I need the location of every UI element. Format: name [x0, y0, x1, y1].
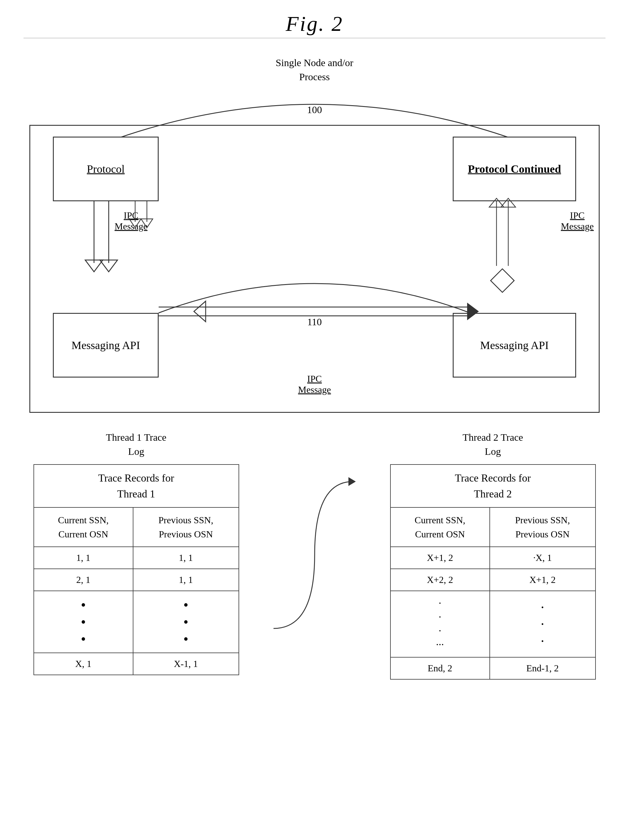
thread2-log-title: Thread 2 TraceLog — [390, 430, 596, 458]
thread2-table-header-row: Trace Records forThread 2 — [390, 464, 596, 507]
thread1-row3-col1: ••• — [34, 591, 133, 653]
thread2-row2-col2: X+1, 2 — [490, 569, 596, 591]
thread1-log-title: Thread 1 TraceLog — [33, 430, 239, 458]
arc-110-label: 110 — [307, 316, 322, 328]
thread2-table-header: Trace Records forThread 2 — [390, 464, 596, 507]
thread1-row1-col2: 1, 1 — [133, 547, 239, 569]
table-row: ••• ••• — [34, 591, 239, 653]
thread2-col-headers: Current SSN,Current OSN Previous SSN,Pre… — [390, 507, 596, 547]
thread1-row2-col2: 1, 1 — [133, 569, 239, 591]
thread1-table: Trace Records forThread 1 Current SSN,Cu… — [33, 464, 239, 675]
thread1-table-header-row: Trace Records forThread 1 — [34, 464, 239, 507]
table-row: X+1, 2 ·X, 1 — [390, 547, 596, 569]
diagram-area: 100 Protocol Protocol Continued IPCMessa… — [29, 90, 600, 413]
fig-subtitle-line — [24, 38, 605, 38]
table-row: 2, 1 1, 1 — [34, 569, 239, 591]
arc-100-label: 100 — [307, 104, 322, 115]
thread2-col1-header: Current SSN,Current OSN — [390, 507, 490, 547]
ipc-message-right-label: IPCMessage — [561, 210, 594, 232]
protocol-continued-box: Protocol Continued — [453, 137, 576, 201]
thread1-row4-col2: X-1, 1 — [133, 653, 239, 675]
thread2-row4-col2: End-1, 2 — [490, 657, 596, 679]
thread1-col-headers: Current SSN,Current OSN Previous SSN,Pre… — [34, 507, 239, 547]
thread2-row3-col1: ······ — [390, 591, 490, 657]
table-row: X, 1 X-1, 1 — [34, 653, 239, 675]
thread1-row2-col1: 2, 1 — [34, 569, 133, 591]
thread2-column: Thread 2 TraceLog Trace Records forThrea… — [390, 430, 596, 679]
fig-title: Fig. 2 — [0, 0, 629, 36]
thread1-table-header: Trace Records forThread 1 — [34, 464, 239, 507]
connector-svg — [270, 452, 359, 658]
single-node-label: Single Node and/orProcess — [0, 56, 629, 84]
thread2-table: Trace Records forThread 2 Current SSN,Cu… — [390, 464, 596, 679]
connector-area — [270, 430, 359, 679]
thread2-row4-col1: End, 2 — [390, 657, 490, 679]
table-row: End, 2 End-1, 2 — [390, 657, 596, 679]
ipc-message-bottom-label: IPCMessage — [298, 373, 331, 395]
thread1-column: Thread 1 TraceLog Trace Records forThrea… — [33, 430, 239, 679]
svg-marker-17 — [348, 477, 356, 486]
thread2-row1-col1: X+1, 2 — [390, 547, 490, 569]
thread1-row3-col2: ••• — [133, 591, 239, 653]
table-row: 1, 1 1, 1 — [34, 547, 239, 569]
table-row: ······ ··· — [390, 591, 596, 657]
thread1-col1-header: Current SSN,Current OSN — [34, 507, 133, 547]
table-row: X+2, 2 X+1, 2 — [390, 569, 596, 591]
messaging-api-right-box: Messaging API — [453, 313, 576, 377]
trace-section: Thread 1 TraceLog Trace Records forThrea… — [24, 430, 605, 679]
protocol-box: Protocol — [53, 137, 159, 201]
thread1-col2-header: Previous SSN,Previous OSN — [133, 507, 239, 547]
ipc-message-left-label: IPCMessage — [115, 210, 147, 232]
thread2-col2-header: Previous SSN,Previous OSN — [490, 507, 596, 547]
thread1-row4-col1: X, 1 — [34, 653, 133, 675]
thread2-row3-col2: ··· — [490, 591, 596, 657]
thread2-row1-col2: ·X, 1 — [490, 547, 596, 569]
thread2-row2-col1: X+2, 2 — [390, 569, 490, 591]
thread1-row1-col1: 1, 1 — [34, 547, 133, 569]
messaging-api-left-box: Messaging API — [53, 313, 159, 377]
